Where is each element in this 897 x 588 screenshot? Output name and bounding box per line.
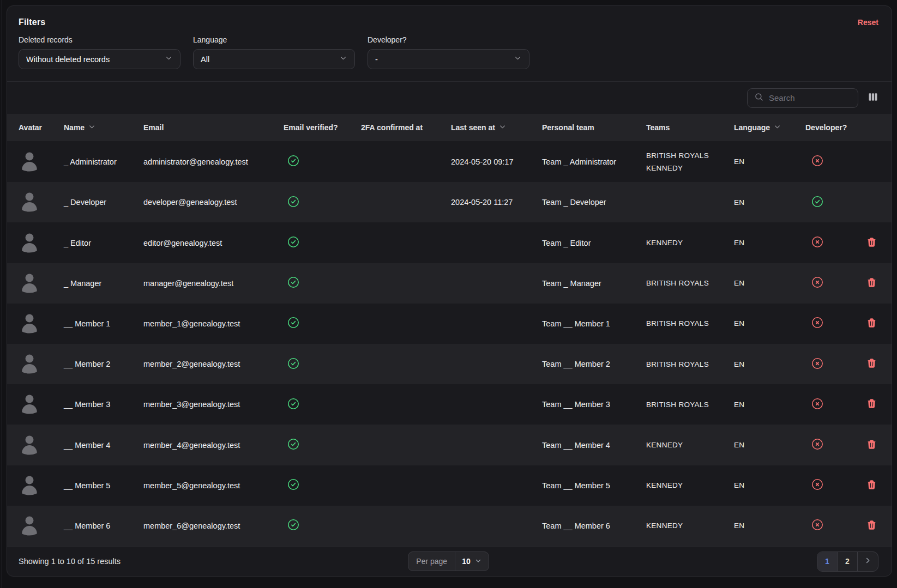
developer-cell [805,317,854,330]
teams-cell: KENNEDY [646,439,734,451]
column-header-email-verified: Email verified? [284,123,361,132]
users-table-card: Filters Reset Deleted records Without de… [7,5,892,577]
delete-button[interactable] [866,237,877,249]
name-cell: __ Member 5 [64,481,143,490]
name-cell: _ Developer [64,198,143,207]
avatar-cell [19,151,64,173]
name-cell: _ Administrator [64,157,143,166]
email-verified-icon [287,196,299,209]
column-header-2fa-confirmed-at: 2FA confirmed at [361,123,451,132]
sort-chevron-icon [773,123,781,132]
email-verified-icon [287,357,299,371]
table-row[interactable]: __ Member 5 member_5@genealogy.test Team… [7,465,892,506]
row-actions-cell [854,398,878,410]
table-header-row: Avatar Name Email Email verified? 2FA co… [7,114,892,141]
filter-select[interactable]: All [193,49,355,69]
filter-select-value: Without deleted records [26,55,110,64]
select-chevron-icon [514,54,522,64]
table-row[interactable]: __ Member 1 member_1@genealogy.test Team… [7,304,892,344]
delete-button[interactable] [866,277,877,289]
filter-select[interactable]: - [368,49,529,69]
filters-reset-button[interactable]: Reset [858,18,878,27]
team-name: KENNEDY [646,519,734,532]
table-row[interactable]: __ Member 4 member_4@genealogy.test Team… [7,425,892,465]
trash-icon [866,277,877,289]
filter-field-language: Language All [193,35,355,69]
toggle-columns-button[interactable] [868,92,878,104]
email-cell: member_5@genealogy.test [143,481,284,490]
personal-team-cell: Team _ Manager [542,279,646,288]
delete-button[interactable] [866,358,877,370]
email-verified-icon [287,519,299,532]
trash-icon [866,358,877,370]
last-seen-cell: 2024-05-20 11:27 [451,198,542,207]
email-verified-icon [287,236,299,250]
avatar-cell [19,191,64,213]
column-header-language[interactable]: Language [734,123,805,132]
teams-cell: BRITISH ROYALS [646,317,734,330]
table-row[interactable]: _ Editor editor@genealogy.test Team _ Ed… [7,222,892,263]
column-header-last-seen-at[interactable]: Last seen at [451,123,542,132]
user-avatar-icon [19,151,64,173]
teams-cell: KENNEDY [646,519,734,532]
search-input[interactable] [769,93,851,102]
developer-no-icon [811,276,823,290]
name-cell: _ Editor [64,239,143,247]
team-name: BRITISH ROYALS [646,317,734,330]
developer-no-icon [811,236,823,250]
table-row[interactable]: __ Member 3 member_3@genealogy.test Team… [7,384,892,425]
personal-team-cell: Team __ Member 1 [542,319,646,328]
email-cell: manager@genealogy.test [143,279,284,288]
teams-cell: BRITISH ROYALS [646,358,734,371]
name-cell: __ Member 3 [64,400,143,409]
developer-cell [805,196,854,209]
delete-button[interactable] [866,480,877,492]
filter-select-value: - [375,55,378,64]
language-cell: EN [734,481,805,489]
row-actions-cell [854,439,878,451]
trash-icon [866,318,877,330]
pagination: 12 [817,551,878,572]
delete-button[interactable] [866,520,877,532]
column-header-teams: Teams [646,123,734,132]
trash-icon [866,439,877,451]
row-actions-cell [854,277,878,289]
name-cell: __ Member 2 [64,360,143,368]
search-box[interactable] [747,88,858,108]
table-row[interactable]: _ Manager manager@genealogy.test Team _ … [7,263,892,304]
next-page-button[interactable] [858,552,878,571]
delete-button[interactable] [866,398,877,410]
table-row[interactable]: __ Member 6 member_6@genealogy.test Team… [7,506,892,546]
per-page-select[interactable]: Per page 10 [408,551,489,571]
email-verified-icon [287,478,299,492]
name-cell: __ Member 4 [64,441,143,450]
delete-button[interactable] [866,439,877,451]
per-page-label: Per page [408,552,455,571]
user-avatar-icon [19,232,64,254]
table-row[interactable]: _ Developer developer@genealogy.test 202… [7,182,892,222]
email-verified-icon [287,438,299,452]
user-avatar-icon [19,272,64,294]
page-2-button[interactable]: 2 [838,552,858,571]
language-cell: EN [734,279,805,287]
results-summary: Showing 1 to 10 of 15 results [19,557,408,566]
table-toolbar [7,81,892,114]
avatar-cell [19,313,64,335]
page-1-button[interactable]: 1 [817,552,838,571]
delete-button[interactable] [866,318,877,330]
avatar-cell [19,475,64,496]
filter-select[interactable]: Without deleted records [19,49,180,69]
developer-no-icon [811,398,823,411]
column-header-name[interactable]: Name [64,123,143,132]
email-verified-cell [284,196,361,209]
team-name: KENNEDY [646,439,734,451]
email-verified-cell [284,317,361,330]
table-row[interactable]: _ Administrator administrator@genealogy.… [7,141,892,182]
email-cell: member_6@genealogy.test [143,522,284,530]
filters-fields: Deleted records Without deleted records … [19,35,878,69]
filters-header: Filters Reset [19,17,878,27]
personal-team-cell: Team _ Administrator [542,157,646,166]
table-row[interactable]: __ Member 2 member_2@genealogy.test Team… [7,344,892,384]
column-header-email: Email [143,123,284,132]
email-verified-icon [287,317,299,330]
